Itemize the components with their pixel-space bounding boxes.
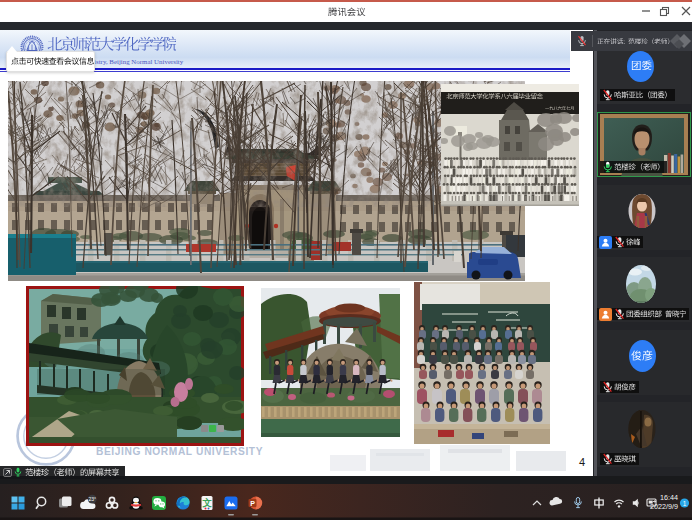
svg-text:2022/9/9: 2022/9/9	[650, 502, 678, 511]
svg-text:16:44: 16:44	[660, 493, 678, 502]
svg-text:23°: 23°	[88, 496, 96, 502]
svg-text:1: 1	[683, 500, 687, 507]
svg-text:文: 文	[202, 497, 212, 508]
svg-text:P: P	[250, 500, 255, 507]
